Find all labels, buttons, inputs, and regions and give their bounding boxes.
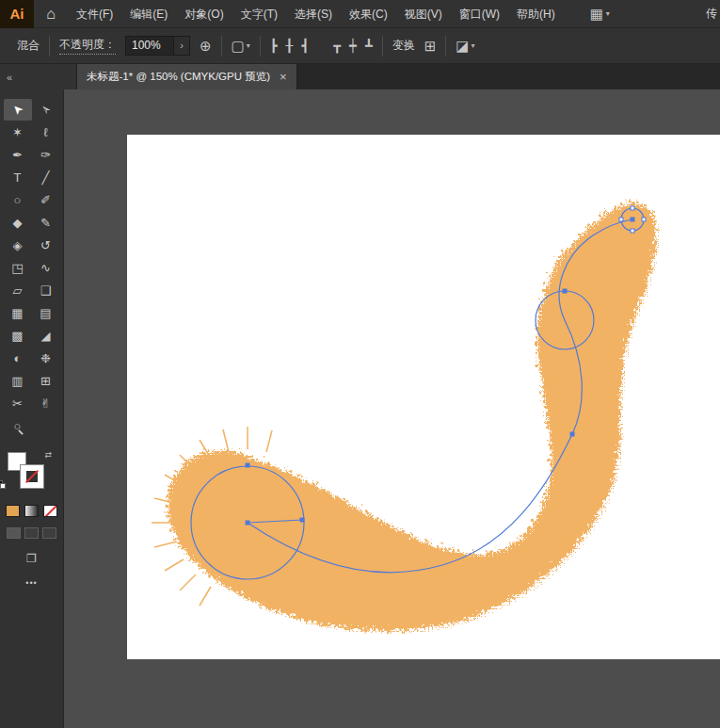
artboard-tool-icon: ⊞ <box>40 375 51 387</box>
opacity-label[interactable]: 不透明度： <box>59 37 116 55</box>
tool-column-graph[interactable]: ▥ <box>4 370 32 392</box>
align-top-icon[interactable]: ┳ <box>333 39 341 53</box>
tool-pen[interactable]: ✒ <box>4 144 32 166</box>
color-button[interactable] <box>6 505 20 517</box>
canvas-area[interactable] <box>64 89 720 728</box>
align-left-icon[interactable]: ┣ <box>270 39 278 53</box>
menu-effect[interactable]: 效果(C) <box>341 0 396 28</box>
tool-ellipse[interactable]: ○ <box>4 189 32 211</box>
tool-lasso[interactable]: ℓ <box>32 121 60 143</box>
menu-bar: Ai ⌂ 文件(F) 编辑(E) 对象(O) 文字(T) 选择(S) 效果(C)… <box>0 0 720 28</box>
menu-select[interactable]: 选择(S) <box>286 0 341 28</box>
stroke-color-swatch[interactable] <box>21 465 43 488</box>
screen-mode-icon[interactable]: ❐ <box>0 552 63 565</box>
home-icon[interactable]: ⌂ <box>34 6 68 23</box>
symbol-sprayer-icon: ❉ <box>40 352 51 364</box>
magic-wand-icon: ✶ <box>12 126 23 138</box>
tool-shape-builder[interactable]: ❑ <box>32 280 60 301</box>
tool-line-segment[interactable]: ╱ <box>32 167 60 188</box>
workspace-switcher[interactable]: ▦ ▾ <box>590 7 610 21</box>
menu-view[interactable]: 视图(V) <box>396 0 451 28</box>
none-button[interactable] <box>43 505 57 517</box>
globe-icon[interactable]: ⊕ <box>200 39 212 53</box>
tool-free-transform[interactable]: ▱ <box>4 280 32 301</box>
pen-icon: ✒ <box>12 149 23 161</box>
document-setup-button[interactable]: ▢ ▾ <box>232 39 250 53</box>
tool-artboard[interactable]: ⊞ <box>32 370 60 392</box>
transform-label[interactable]: 变换 <box>392 38 415 54</box>
anchor-handle[interactable] <box>619 218 623 221</box>
anchor-point[interactable] <box>246 521 250 526</box>
tool-hand[interactable]: ✌ <box>32 393 60 414</box>
tool-shaper[interactable]: ◆ <box>4 212 32 234</box>
anchor-point[interactable] <box>570 432 575 437</box>
reference-point-icon[interactable]: ⊞ <box>424 39 437 53</box>
menu-object[interactable]: 对象(O) <box>176 0 232 28</box>
swap-colors-icon[interactable]: ⇄ <box>45 450 53 460</box>
align-bottom-icon[interactable]: ┻ <box>365 39 373 53</box>
opacity-input[interactable]: 100% › <box>125 36 190 56</box>
opacity-dropdown-icon[interactable]: › <box>174 36 190 56</box>
app-logo: Ai <box>0 0 34 28</box>
zoom-icon: ○ <box>14 420 22 432</box>
anchor-handle[interactable] <box>631 206 634 210</box>
align-middle-icon[interactable]: ┿ <box>349 39 357 53</box>
tool-direct-selection[interactable]: ➢ <box>32 99 60 121</box>
tool-pencil[interactable]: ✎ <box>32 212 60 234</box>
tool-symbol-sprayer[interactable]: ❉ <box>32 348 60 369</box>
perspective-grid-icon: ▦ <box>11 307 23 319</box>
gradient-icon: ▩ <box>11 330 23 342</box>
separator <box>382 36 383 57</box>
tool-curvature[interactable]: ✑ <box>32 144 60 166</box>
menu-type[interactable]: 文字(T) <box>232 0 286 28</box>
anchor-point[interactable] <box>300 518 305 523</box>
workspace-name-truncated[interactable]: 传 <box>706 6 720 22</box>
draw-normal-button[interactable] <box>7 527 21 539</box>
anchor-point[interactable] <box>631 218 635 222</box>
document-tab-title: 未标题-1* @ 150% (CMYK/GPU 预览) <box>87 70 270 84</box>
blend-icon: ◐ <box>14 352 22 364</box>
canvas-svg[interactable] <box>64 89 720 728</box>
tool-paintbrush[interactable]: ✐ <box>32 189 60 211</box>
tool-type[interactable]: T <box>4 167 32 188</box>
align-right-icon[interactable]: ┫ <box>301 39 309 53</box>
menu-window[interactable]: 窗口(W) <box>451 0 508 28</box>
tool-slice[interactable]: ✂ <box>4 393 32 414</box>
default-colors-icon[interactable] <box>0 480 7 490</box>
opacity-value[interactable]: 100% <box>125 36 174 56</box>
tool-rotate[interactable]: ↺ <box>32 235 60 256</box>
draw-behind-button[interactable] <box>24 527 39 539</box>
align-center-icon[interactable]: ╂ <box>286 39 294 53</box>
tool-scale[interactable]: ◳ <box>4 257 32 279</box>
anchor-handle[interactable] <box>631 229 634 233</box>
document-tab[interactable]: 未标题-1* @ 150% (CMYK/GPU 预览) × <box>77 64 297 89</box>
draw-inside-button[interactable] <box>42 527 56 539</box>
tool-eraser[interactable]: ◈ <box>4 235 32 256</box>
menu-edit[interactable]: 编辑(E) <box>121 0 176 28</box>
more-tools-icon[interactable]: ••• <box>0 578 63 588</box>
width-tool-icon: ∿ <box>40 262 51 274</box>
collapse-panels-icon[interactable]: « <box>7 72 12 83</box>
tool-gradient[interactable]: ▩ <box>4 325 32 347</box>
anchor-handle[interactable] <box>642 218 646 221</box>
separator <box>221 36 222 57</box>
tool-selection[interactable]: ➤ <box>4 99 32 121</box>
close-tab-icon[interactable]: × <box>280 70 287 84</box>
tool-zoom[interactable]: ○ <box>4 415 32 437</box>
style-options-button[interactable]: ◪ ▾ <box>456 39 474 53</box>
chevron-down-icon: ▾ <box>472 41 475 50</box>
tool-eyedropper[interactable]: ◢ <box>32 325 60 347</box>
illustrator-window: Ai ⌂ 文件(F) 编辑(E) 对象(O) 文字(T) 选择(S) 效果(C)… <box>0 0 720 728</box>
tool-width[interactable]: ∿ <box>32 257 60 279</box>
tool-blend[interactable]: ◐ <box>4 348 32 369</box>
tool-mesh[interactable]: ▤ <box>32 302 60 324</box>
document-icon: ▢ <box>232 39 245 53</box>
menu-help[interactable]: 帮助(H) <box>508 0 564 28</box>
tool-perspective-grid[interactable]: ▦ <box>4 302 32 324</box>
menu-file[interactable]: 文件(F) <box>68 0 121 28</box>
anchor-point[interactable] <box>563 289 568 294</box>
anchor-point[interactable] <box>246 463 250 468</box>
hand-icon: ✌ <box>40 397 51 410</box>
gradient-button[interactable] <box>24 505 39 517</box>
tool-magic-wand[interactable]: ✶ <box>4 121 32 143</box>
